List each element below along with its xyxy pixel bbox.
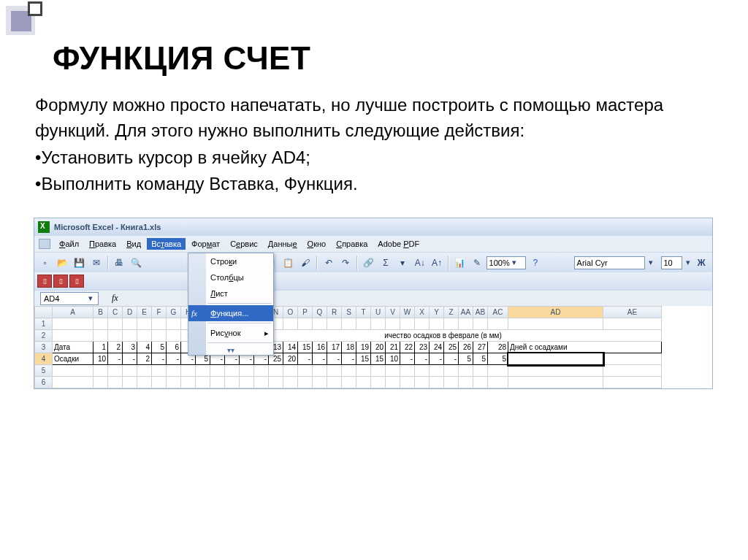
cell[interactable]: - bbox=[313, 353, 327, 365]
cell[interactable] bbox=[269, 377, 283, 388]
row-header-2[interactable]: 2 bbox=[35, 330, 53, 342]
font-box[interactable]: Arial Cyr bbox=[574, 256, 645, 269]
menu-данные[interactable]: Данные bbox=[264, 238, 302, 250]
cell[interactable] bbox=[508, 365, 603, 377]
cell[interactable] bbox=[488, 377, 508, 388]
col-header-AB[interactable]: AB bbox=[473, 307, 488, 318]
col-header-AC[interactable]: AC bbox=[488, 307, 508, 318]
cell[interactable] bbox=[94, 377, 108, 388]
col-header-T[interactable]: T bbox=[356, 307, 371, 318]
insert-menu-item-3[interactable]: fxФункция... bbox=[188, 305, 273, 321]
col-header-B[interactable]: B bbox=[94, 307, 108, 318]
format-painter-button[interactable]: 🖌 bbox=[298, 255, 313, 271]
cell[interactable] bbox=[386, 318, 400, 330]
col-header-S[interactable]: S bbox=[342, 307, 356, 318]
cell[interactable]: - bbox=[400, 353, 415, 365]
cell[interactable]: - bbox=[298, 353, 313, 365]
col-header-D[interactable]: D bbox=[123, 307, 137, 318]
cell[interactable]: 22 bbox=[400, 342, 415, 353]
merged-title-cell[interactable]: ичество осадков в феврале (в мм) bbox=[225, 330, 662, 342]
cell[interactable] bbox=[327, 365, 342, 377]
pdf-btn-3[interactable]: ▯ bbox=[69, 275, 84, 288]
col-header-Q[interactable]: Q bbox=[313, 307, 327, 318]
save-button[interactable]: 💾 bbox=[72, 255, 87, 271]
cell[interactable] bbox=[603, 353, 662, 365]
cell[interactable] bbox=[123, 365, 137, 377]
cell[interactable]: 20 bbox=[371, 342, 386, 353]
workbook-icon[interactable] bbox=[39, 239, 50, 249]
fx-icon[interactable]: fx bbox=[112, 293, 118, 304]
insert-menu-item-0[interactable]: Строки bbox=[188, 253, 273, 269]
col-header-Y[interactable]: Y bbox=[430, 307, 444, 318]
insert-menu-item-4[interactable]: Рисунок▸ bbox=[188, 325, 273, 341]
cell[interactable] bbox=[298, 365, 313, 377]
cell[interactable]: 26 bbox=[459, 342, 473, 353]
cell[interactable]: - bbox=[108, 353, 123, 365]
preview-button[interactable]: 🔍 bbox=[129, 255, 144, 271]
col-header-Z[interactable]: Z bbox=[444, 307, 459, 318]
cell[interactable] bbox=[459, 365, 473, 377]
cell[interactable]: - bbox=[327, 353, 342, 365]
cell[interactable] bbox=[430, 318, 444, 330]
cell[interactable] bbox=[603, 377, 662, 388]
menu-правка[interactable]: Правка bbox=[85, 238, 121, 250]
cell[interactable]: 5 bbox=[459, 353, 473, 365]
cell[interactable]: 27 bbox=[473, 342, 488, 353]
col-header-G[interactable]: G bbox=[167, 307, 181, 318]
cell[interactable] bbox=[137, 318, 152, 330]
cell[interactable] bbox=[327, 318, 342, 330]
cell[interactable] bbox=[473, 365, 488, 377]
cell[interactable] bbox=[196, 377, 210, 388]
insert-menu-item-2[interactable]: Лист bbox=[188, 285, 273, 302]
cell[interactable]: 6 bbox=[167, 342, 181, 353]
cell[interactable] bbox=[283, 377, 298, 388]
col-header-AA[interactable]: AA bbox=[459, 307, 473, 318]
cell[interactable] bbox=[225, 365, 240, 377]
cell-row4-label[interactable]: Осадки bbox=[53, 353, 94, 365]
cell[interactable]: 25 bbox=[444, 342, 459, 353]
cell[interactable] bbox=[313, 318, 327, 330]
undo-button[interactable]: ↶ bbox=[321, 255, 336, 271]
cell[interactable] bbox=[123, 318, 137, 330]
cell[interactable] bbox=[225, 377, 240, 388]
cell[interactable] bbox=[415, 318, 430, 330]
formula-bar[interactable]: fx bbox=[112, 293, 123, 304]
cell[interactable]: 4 bbox=[137, 342, 152, 353]
chart-button[interactable]: 📊 bbox=[452, 255, 468, 271]
cell[interactable]: 10 bbox=[386, 353, 400, 365]
cell[interactable] bbox=[53, 365, 94, 377]
menu-adobe pdf[interactable]: Adobe PDF bbox=[373, 238, 424, 250]
col-header-V[interactable]: V bbox=[386, 307, 400, 318]
hyperlink-button[interactable]: 🔗 bbox=[361, 255, 376, 271]
spreadsheet-grid[interactable]: ABCDEFGHIJKLMNOPQRSTUVWXYZAAABACADAE 12и… bbox=[34, 306, 662, 388]
cell[interactable] bbox=[137, 365, 152, 377]
font-size-box[interactable]: 10 bbox=[661, 256, 682, 269]
cell[interactable]: 15 bbox=[356, 353, 371, 365]
paste-button[interactable]: 📋 bbox=[280, 255, 296, 271]
cell[interactable] bbox=[603, 365, 662, 377]
cell[interactable] bbox=[444, 365, 459, 377]
size-dd[interactable]: ▾ bbox=[684, 258, 692, 267]
cell[interactable]: - bbox=[123, 353, 137, 365]
cell[interactable]: 23 bbox=[415, 342, 430, 353]
cell[interactable] bbox=[137, 330, 152, 342]
cell[interactable] bbox=[371, 365, 386, 377]
cell[interactable] bbox=[181, 377, 196, 388]
help-button[interactable]: ? bbox=[527, 255, 543, 271]
row-header-3[interactable]: 3 bbox=[35, 342, 53, 353]
dropdown-small[interactable]: ▾ bbox=[395, 255, 411, 271]
cell[interactable] bbox=[152, 365, 167, 377]
mail-button[interactable]: ✉ bbox=[88, 255, 104, 271]
cell[interactable] bbox=[152, 377, 167, 388]
cell[interactable] bbox=[342, 377, 356, 388]
cell[interactable] bbox=[473, 318, 488, 330]
cell[interactable]: 5 bbox=[488, 353, 508, 365]
cell[interactable] bbox=[313, 365, 327, 377]
menu-справка[interactable]: Справка bbox=[332, 238, 372, 250]
cell[interactable] bbox=[298, 377, 313, 388]
cell[interactable]: 19 bbox=[356, 342, 371, 353]
col-header-W[interactable]: W bbox=[400, 307, 415, 318]
cell[interactable] bbox=[356, 377, 371, 388]
cell[interactable] bbox=[108, 330, 123, 342]
cell[interactable] bbox=[210, 377, 225, 388]
